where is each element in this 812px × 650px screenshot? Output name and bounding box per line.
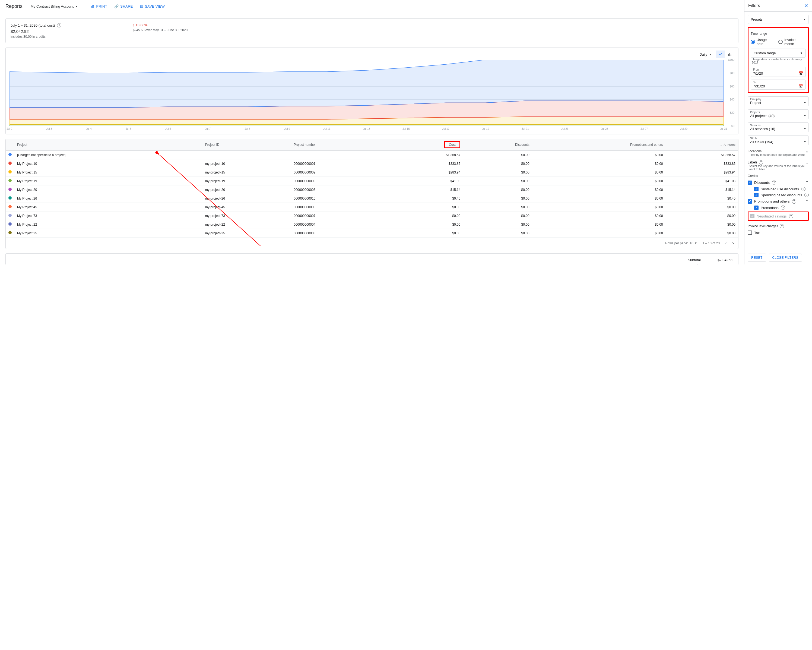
cell-cost: $15.14 <box>387 185 463 194</box>
caret-down-icon: ▼ <box>804 141 806 143</box>
x-axis-tick: Jul 11 <box>323 127 331 130</box>
x-axis-tick: Jul 7 <box>205 127 211 130</box>
radio-checked-icon <box>751 40 755 44</box>
aggregation-dropdown[interactable]: Daily ▼ <box>698 51 713 58</box>
help-icon[interactable]: ? <box>781 205 785 210</box>
projects-dropdown[interactable]: Projects All projects (40)▼ <box>748 109 809 119</box>
series-color-dot <box>8 162 12 165</box>
table-row[interactable]: [Charges not specific to a project]—$1,3… <box>6 151 738 159</box>
cell-cost: $0.40 <box>387 194 463 203</box>
save-icon: ▤ <box>140 5 143 8</box>
x-axis-tick: Jul 27 <box>641 127 648 130</box>
help-icon[interactable]: ? <box>801 187 806 191</box>
rows-per-page-select[interactable]: 10 ▼ <box>690 242 697 245</box>
locations-hint: Filter by location data like region and … <box>749 153 809 156</box>
table-row[interactable]: My Project 19my-project-19000000000009$4… <box>6 177 738 185</box>
close-filters-icon[interactable]: ✕ <box>804 3 808 9</box>
presets-dropdown[interactable]: Presets ▼ <box>748 15 809 24</box>
help-icon[interactable]: ? <box>772 180 776 185</box>
cell-cost: $1,368.57 <box>387 151 463 159</box>
table-row[interactable]: My Project 20my-project-20000000000006$1… <box>6 185 738 194</box>
cell-cost: $283.94 <box>387 168 463 177</box>
print-button[interactable]: 🖶 PRINT <box>89 3 109 10</box>
bar-chart-toggle[interactable] <box>725 50 734 58</box>
table-row[interactable]: My Project 73my-project-73000000000007$0… <box>6 211 738 220</box>
from-date-input[interactable]: From 7/1/20📅 <box>751 67 806 77</box>
promotions-sub-checkbox[interactable] <box>754 205 759 210</box>
chevron-up-icon[interactable]: ⌃ <box>805 180 809 185</box>
cell-project-number: 000000000007 <box>291 211 387 220</box>
rows-per-page-label: Rows per page: <box>665 242 688 245</box>
tax-checkbox[interactable] <box>748 231 752 235</box>
cell-discounts: $0.00 <box>463 203 532 211</box>
help-icon[interactable]: ? <box>696 264 701 265</box>
totals-card: Subtotal $2,042.92 Tax? — Total? $2,042.… <box>5 253 739 265</box>
line-chart-icon <box>718 52 723 57</box>
close-filters-button[interactable]: CLOSE FILTERS <box>769 254 802 262</box>
chevron-up-icon[interactable]: ⌃ <box>805 199 809 204</box>
help-icon[interactable]: ? <box>57 23 61 28</box>
usage-date-radio[interactable]: Usage date <box>751 38 774 46</box>
col-cost[interactable]: Cost <box>444 141 460 148</box>
col-promotions[interactable]: Promotions and others <box>532 139 666 151</box>
table-row[interactable]: My Project 22my-project-22000000000004$0… <box>6 220 738 229</box>
account-name: My Contract Billing Account <box>31 5 73 8</box>
table-row[interactable]: My Project 15my-project-15000000000002$2… <box>6 168 738 177</box>
spending-checkbox[interactable] <box>754 193 759 197</box>
cell-project-number <box>291 151 387 159</box>
chevron-down-icon: ⌄ <box>805 160 809 165</box>
series-color-dot <box>8 196 12 200</box>
table-row[interactable]: My Project 10my-project-10000000000001$3… <box>6 159 738 168</box>
col-project-id[interactable]: Project ID <box>203 139 291 151</box>
col-project[interactable]: Project <box>14 139 203 151</box>
promotions-checkbox[interactable] <box>748 199 752 203</box>
prev-page-button[interactable]: ‹ <box>725 240 727 246</box>
table-row[interactable]: My Project 25my-project-25000000000003$0… <box>6 229 738 237</box>
cell-project: My Project 22 <box>14 220 203 229</box>
cell-project-id: my-project-26 <box>203 194 291 203</box>
next-page-button[interactable]: › <box>732 240 734 246</box>
x-axis-tick: Jul 6 <box>165 127 171 130</box>
col-subtotal[interactable]: ↓ Subtotal <box>666 139 738 151</box>
availability-hint: Usage data is available since January 20… <box>752 58 806 64</box>
cell-cost: $0.00 <box>387 203 463 211</box>
cell-project-id: my-project-45 <box>203 203 291 211</box>
help-icon[interactable]: ? <box>780 224 784 228</box>
reset-button[interactable]: RESET <box>748 254 766 262</box>
svg-rect-1 <box>730 53 730 56</box>
arrow-up-icon: ↑ <box>133 23 134 27</box>
svg-rect-0 <box>728 54 729 56</box>
sustained-checkbox[interactable] <box>754 187 759 191</box>
account-dropdown[interactable]: My Contract Billing Account ▼ <box>31 5 78 8</box>
to-date-input[interactable]: To 7/31/20📅 <box>751 80 806 90</box>
labels-hint: Select the key and values of the labels … <box>749 164 809 171</box>
help-icon[interactable]: ? <box>792 199 796 203</box>
help-icon[interactable]: ? <box>804 193 809 197</box>
help-icon[interactable]: ? <box>789 214 793 218</box>
services-dropdown[interactable]: Services All services (16)▼ <box>748 122 809 132</box>
skus-dropdown[interactable]: SKUs All SKUs (194)▼ <box>748 136 809 145</box>
range-type-dropdown[interactable]: Custom range ▼ <box>751 49 806 58</box>
save-view-button[interactable]: ▤ SAVE VIEW <box>138 3 167 10</box>
summary-credits: includes $0.00 in credits <box>11 35 133 38</box>
cell-project-id: my-project-19 <box>203 177 291 185</box>
line-chart-toggle[interactable] <box>716 50 725 58</box>
col-discounts[interactable]: Discounts <box>463 139 532 151</box>
share-button[interactable]: 🔗 SHARE <box>112 3 135 10</box>
chevron-down-icon: ⌄ <box>805 148 809 154</box>
cell-discounts: $0.00 <box>463 177 532 185</box>
cell-project: My Project 45 <box>14 203 203 211</box>
cell-project: My Project 15 <box>14 168 203 177</box>
x-axis-tick: Jul 25 <box>601 127 608 130</box>
col-project-number[interactable]: Project number <box>291 139 387 151</box>
help-icon[interactable]: ? <box>759 160 763 165</box>
group-by-dropdown[interactable]: Group by Project▼ <box>748 96 809 106</box>
table-row[interactable]: My Project 26my-project-26000000000010$0… <box>6 194 738 203</box>
invoice-charges-label: Invoice level charges <box>748 224 778 228</box>
tax-label: Tax <box>689 264 695 265</box>
table-row[interactable]: My Project 45my-project-45000000000008$0… <box>6 203 738 211</box>
invoice-month-radio[interactable]: Invoice month <box>778 38 806 46</box>
series-color-dot <box>8 188 12 191</box>
discounts-checkbox[interactable] <box>748 180 752 185</box>
y-axis-tick: $0 <box>731 125 734 128</box>
